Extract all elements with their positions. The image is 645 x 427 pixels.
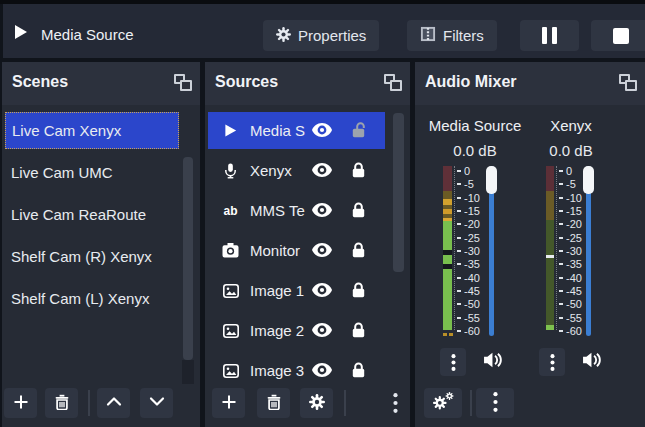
scenes-panel-title: Scenes [12,73,68,91]
scene-label: Live Cam Xenyx [12,122,121,139]
visibility-toggle-eye-icon[interactable] [312,123,332,137]
source-label: Image 2 [250,312,312,349]
visibility-toggle-eye-icon[interactable] [312,283,332,297]
advanced-audio-properties-button[interactable] [424,388,462,418]
db-scale-label: -40 [457,272,480,284]
scrollbar-thumb[interactable] [393,113,404,272]
trash-icon [266,394,282,413]
toolbar-separator [470,390,472,416]
source-item[interactable]: Media S [208,112,385,149]
db-scale-label: -35 [457,258,480,270]
image-icon [222,322,239,339]
audio-mixer-panel: Audio Mixer Media Source 0.0 dB 0-5-10-1… [415,62,645,427]
pause-button[interactable] [520,20,579,51]
source-properties-button[interactable] [300,388,333,418]
visibility-toggle-eye-icon[interactable] [312,363,332,377]
popout-icon[interactable] [174,74,192,91]
add-scene-button[interactable] [4,388,37,418]
add-icon [221,394,237,413]
toolbar-separator [88,390,90,416]
sources-panel: Sources Media S Xenyx ab MMS Te [205,62,410,427]
popout-icon[interactable] [619,74,637,91]
scene-item[interactable]: Live Cam ReaRoute [5,196,179,233]
lock-closed-icon[interactable] [352,202,367,218]
obs-window: Media Source Properties [0,0,645,427]
volume-slider-handle[interactable] [583,166,594,194]
scene-item[interactable]: Shelf Cam (R) Xenyx [5,238,179,275]
source-label: Image 3 [250,352,312,389]
lock-closed-icon[interactable] [352,242,367,258]
visibility-toggle-eye-icon[interactable] [312,203,332,217]
scene-item[interactable]: Shelf Cam (L) Xenyx [5,280,179,317]
scene-item[interactable]: Live Cam UMC [5,154,179,191]
sources-list: Media S Xenyx ab MMS Te Monitor [205,105,410,389]
scrollbar-thumb[interactable] [183,157,193,360]
double-gear-icon [433,392,454,414]
db-scale-label: -20 [457,218,480,230]
visibility-toggle-eye-icon[interactable] [312,163,332,177]
meter-clip-mark [443,333,447,336]
mixer-more-kebab-button[interactable] [476,388,514,418]
source-item[interactable]: Image 3 [208,352,385,389]
db-scale-label: -5 [559,178,582,190]
source-item[interactable]: Image 2 [208,312,385,349]
db-scale-label: -50 [559,298,582,310]
scene-item[interactable]: Live Cam Xenyx [5,112,179,149]
mixer-channel-name: Xenyx [511,117,631,134]
scene-label: Live Cam ReaRoute [11,206,146,223]
remove-source-button[interactable] [257,388,290,418]
channel-options-kebab-button[interactable] [539,348,565,376]
properties-button[interactable]: Properties [263,20,379,51]
db-scale-label: -60 [559,325,582,337]
db-scale-label: 0 [559,165,582,177]
db-scale-label: -25 [457,232,480,244]
visibility-toggle-eye-icon[interactable] [312,243,332,257]
move-scene-down-button[interactable] [140,388,173,418]
db-scale: 0-5-10-15-20-25-30-35-40-45-50-55-60 [457,165,480,337]
meter-minor-ticks [556,166,557,330]
lock-closed-icon[interactable] [352,322,367,338]
sources-more-kebab-icon[interactable] [389,388,401,418]
meter-peak-tick [546,255,554,258]
scrollbar-track [182,360,194,384]
source-label: Monitor [250,232,312,269]
popout-icon[interactable] [384,74,402,91]
db-scale-label: -45 [457,285,480,297]
lock-closed-icon[interactable] [352,362,367,378]
source-label: Image 1 [250,272,312,309]
db-scale-label: -45 [559,285,582,297]
remove-scene-button[interactable] [45,388,78,418]
source-item[interactable]: Monitor [208,232,385,269]
add-icon [13,394,29,413]
lock-open-icon[interactable] [352,122,367,138]
db-scale: 0-5-10-15-20-25-30-35-40-45-50-55-60 [559,165,582,337]
chevron-down-icon [149,394,165,412]
source-item[interactable]: Image 1 [208,272,385,309]
trash-icon [54,394,70,413]
stop-button[interactable] [591,20,645,51]
properties-button-label: Properties [298,27,366,44]
chevron-up-icon [106,394,122,412]
db-scale-label: -55 [559,312,582,324]
db-scale-label: -30 [457,245,480,257]
scenes-panel-header: Scenes [2,62,200,105]
add-source-button[interactable] [212,388,245,418]
db-scale-label: -30 [559,245,582,257]
volume-slider-handle[interactable] [486,166,497,194]
source-item[interactable]: ab MMS Te [208,192,385,229]
source-item[interactable]: Xenyx [208,152,385,189]
move-scene-up-button[interactable] [97,388,130,418]
channel-options-kebab-button[interactable] [440,348,466,376]
sources-panel-title: Sources [215,73,278,91]
speaker-unmuted-icon[interactable] [483,352,504,372]
filters-button[interactable]: Filters [407,20,497,51]
lock-closed-icon[interactable] [352,162,367,178]
text-ab-icon: ab [222,202,239,219]
visibility-toggle-eye-icon[interactable] [312,323,332,337]
image-icon [222,362,239,379]
filters-button-label: Filters [443,27,484,44]
db-scale-label: -10 [457,192,480,204]
gear-icon [276,27,291,45]
lock-closed-icon[interactable] [352,282,367,298]
speaker-unmuted-icon[interactable] [582,352,603,372]
